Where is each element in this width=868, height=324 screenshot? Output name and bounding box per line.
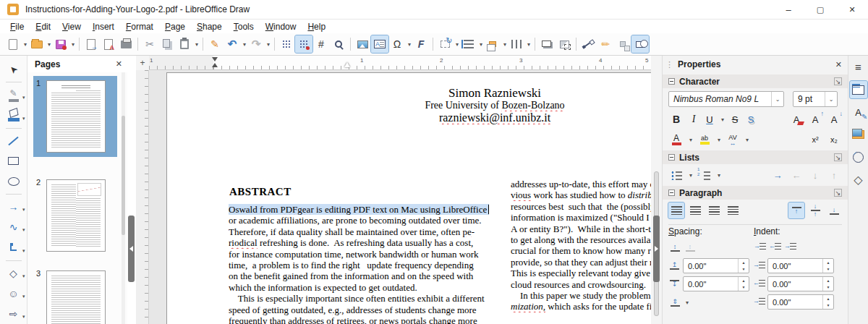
special-character-button[interactable] [388, 35, 406, 53]
block-arrows-dropdown[interactable]: ▾ [22, 314, 25, 320]
spinner-buttons[interactable]: ▲▼ [822, 295, 833, 309]
special-character-dropdown[interactable]: ▾ [407, 41, 412, 48]
basic-shapes-dropdown[interactable]: ▾ [22, 273, 25, 279]
sidebar-menu-button[interactable] [850, 59, 867, 76]
superscript-button[interactable] [807, 132, 823, 148]
menu-view[interactable]: View [56, 20, 87, 33]
crop-image-button[interactable] [556, 35, 573, 53]
align-right-button[interactable] [706, 202, 722, 218]
menu-insert[interactable]: Insert [87, 20, 120, 33]
indent-marker[interactable] [212, 57, 218, 61]
line-color-dropdown[interactable]: ▾ [22, 95, 25, 101]
properties-close-icon[interactable]: ✕ [835, 60, 842, 69]
draw-canvas[interactable]: Simon Razniewski Free University of Boze… [149, 70, 651, 324]
arrange-dropdown[interactable]: ▾ [502, 41, 508, 48]
underline-button[interactable] [703, 111, 716, 127]
collapse-icon[interactable] [668, 189, 675, 196]
undo-dropdown[interactable]: ▾ [242, 41, 247, 48]
fill-color-tool[interactable]: ▾ [2, 106, 25, 124]
font-name-combobox[interactable]: Nimbus Roman No9 L ⌄ [668, 91, 784, 107]
toggle-extrusion-button[interactable] [614, 35, 631, 53]
redo-button[interactable] [247, 35, 265, 53]
move-down-button[interactable]: ↓ [807, 167, 823, 183]
paste-button[interactable] [176, 35, 193, 53]
helplines-button[interactable] [312, 35, 330, 53]
display-grid-button[interactable] [278, 35, 295, 53]
font-size-combobox[interactable]: 9 pt ⌄ [793, 91, 838, 107]
fontwork-button[interactable] [412, 35, 430, 53]
menu-help[interactable]: Help [302, 20, 331, 33]
tab-properties[interactable] [850, 81, 867, 98]
export-button[interactable] [82, 35, 100, 53]
clear-formatting-button[interactable] [788, 111, 804, 127]
menu-file[interactable]: File [4, 20, 30, 33]
basic-shapes-tool[interactable]: ▾ [2, 264, 25, 281]
symbol-shapes-dropdown[interactable]: ▾ [22, 294, 25, 299]
highlight-color-button[interactable] [697, 132, 712, 148]
demote-button[interactable]: → [770, 167, 786, 183]
collapse-icon[interactable] [668, 78, 675, 85]
increase-indent-button[interactable] [754, 239, 767, 255]
align-objects-button[interactable] [460, 35, 477, 53]
ellipse-tool[interactable] [2, 173, 25, 190]
menu-shape[interactable]: Shape [191, 20, 228, 33]
increase-paragraph-spacing-button[interactable]: ↕ [668, 239, 681, 255]
insert-image-button[interactable] [354, 35, 371, 53]
character-spacing-button[interactable] [725, 132, 741, 148]
collapse-icon[interactable] [668, 154, 675, 161]
connectors-tool[interactable]: ▾ [2, 239, 25, 256]
after-text-indent-field[interactable]: 0.00" ▲▼ [767, 276, 834, 291]
menu-window[interactable]: Window [260, 20, 302, 33]
switch-indent-button[interactable] [784, 239, 797, 255]
move-up-button[interactable]: ↑ [826, 167, 842, 183]
below-paragraph-spacing-field[interactable]: 0.00" ▲▼ [683, 276, 749, 291]
highlight-dropdown[interactable]: ▾ [716, 137, 722, 143]
page-thumbnail-2[interactable]: 2 [33, 175, 117, 256]
line-color-tool[interactable]: ▾ [2, 86, 25, 103]
align-center-button[interactable] [687, 202, 703, 218]
bold-button[interactable] [668, 111, 684, 127]
above-paragraph-spacing-field[interactable]: 0.00" ▲▼ [683, 258, 749, 273]
undo-button[interactable] [224, 35, 241, 53]
vertical-ruler[interactable] [136, 70, 149, 324]
edit-points-button[interactable] [579, 35, 597, 53]
rectangle-tool[interactable] [2, 153, 25, 170]
paragraph-dialog-launcher-icon[interactable]: ↘ [834, 189, 842, 197]
canvas-vertical-scrollbar[interactable] [651, 56, 662, 324]
first-line-indent-marker[interactable] [344, 62, 350, 67]
curves-dropdown[interactable]: ▾ [22, 227, 25, 233]
save-button[interactable] [52, 35, 69, 53]
rotate-button[interactable] [436, 35, 454, 53]
panel-grip-icon[interactable]: ⋮ [665, 60, 674, 69]
page-thumbnail-3[interactable]: 3 [33, 266, 117, 324]
save-dropdown[interactable]: ▾ [70, 41, 76, 48]
clone-formatting-button[interactable] [206, 35, 224, 53]
italic-button[interactable] [687, 111, 700, 127]
cut-button[interactable] [141, 35, 158, 53]
maximize-button[interactable] [804, 0, 836, 20]
spinner-buttons[interactable]: ▲▼ [738, 259, 749, 273]
block-arrows-tool[interactable]: ▾ [2, 305, 25, 323]
gluepoints-button[interactable] [597, 35, 614, 53]
fill-color-dropdown[interactable]: ▾ [22, 116, 25, 122]
menu-edit[interactable]: Edit [30, 20, 56, 33]
copy-button[interactable] [158, 35, 176, 53]
distribute-button[interactable] [508, 35, 525, 53]
horizontal-ruler[interactable]: 1 1 2 3 4 5 [149, 56, 651, 70]
menu-format[interactable]: Format [120, 20, 159, 33]
tab-gallery[interactable] [850, 126, 867, 143]
first-line-indent-field[interactable]: 0.00" ▲▼ [767, 294, 834, 310]
insert-line-tool[interactable] [2, 132, 25, 149]
distribute-dropdown[interactable]: ▾ [526, 41, 532, 48]
pages-panel-scrollbar[interactable] [122, 72, 125, 324]
export-as-pdf-button[interactable] [100, 35, 117, 53]
connectors-dropdown[interactable]: ▾ [22, 248, 25, 254]
character-spacing-dropdown[interactable]: ▾ [744, 137, 750, 143]
print-button[interactable] [117, 35, 135, 53]
curves-and-polygons-tool[interactable]: ▾ [2, 218, 25, 236]
tab-navigator[interactable] [850, 148, 867, 166]
ordered-list-button[interactable] [697, 167, 712, 183]
arrange-button[interactable] [484, 35, 501, 53]
spinner-buttons[interactable]: ▲▼ [738, 277, 749, 291]
spinner-buttons[interactable]: ▲▼ [822, 277, 833, 291]
